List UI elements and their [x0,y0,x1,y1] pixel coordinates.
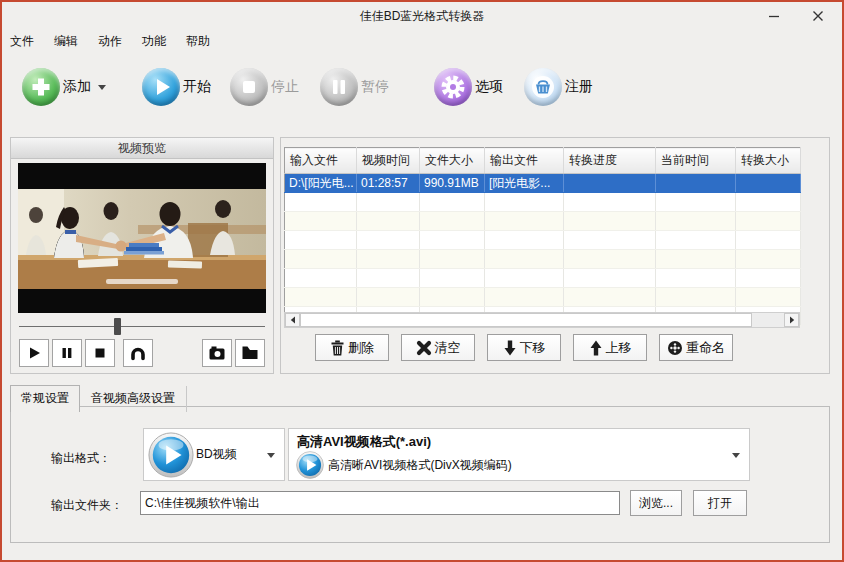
col-progress[interactable]: 转换进度 [564,148,656,174]
col-input-file[interactable]: 输入文件 [285,148,357,174]
options-icon [434,68,472,106]
seek-track [19,326,265,327]
browse-button[interactable]: 浏览... [630,490,682,516]
table-row-selected[interactable]: D:\[阳光电... 01:28:57 990.91MB [阳光电影... [285,174,801,193]
close-button[interactable] [796,2,840,30]
settings-tabbar: 常规设置 音视频高级设置 [10,385,187,412]
menu-action[interactable]: 动作 [93,30,127,53]
move-up-button[interactable]: 上移 [573,334,647,361]
scroll-right-arrow[interactable] [784,313,799,327]
menu-file[interactable]: 文件 [5,30,39,53]
table-cell [485,288,564,307]
delete-button[interactable]: 删除 [315,334,389,361]
chevron-down-icon [267,453,275,458]
col-video-time[interactable]: 视频时间 [357,148,420,174]
output-folder-label: 输出文件夹： [51,497,123,514]
table-cell [656,212,736,231]
file-list-panel: 输入文件 视频时间 文件大小 输出文件 转换进度 当前时间 转换大小 D:\[阳… [280,137,830,374]
register-button[interactable]: 注册 [524,68,593,106]
menu-help[interactable]: 帮助 [181,30,215,53]
rename-button[interactable]: 重命名 [659,334,733,361]
output-folder-input[interactable] [140,491,620,515]
table-row-empty[interactable] [285,212,801,231]
preview-controls [19,339,265,367]
options-button[interactable]: 选项 [434,68,503,106]
rename-icon [667,340,683,356]
move-down-button[interactable]: 下移 [487,334,561,361]
table-cell [357,250,420,269]
add-button[interactable]: 添加 [22,68,106,106]
preview-audio-button[interactable] [123,339,153,367]
scroll-left-arrow[interactable] [285,313,300,327]
table-cell [420,231,485,250]
horizontal-scrollbar[interactable] [284,312,800,328]
seek-slider[interactable] [19,318,265,336]
table-cell [485,193,564,212]
table-cell [420,250,485,269]
cell-file-size: 990.91MB [420,174,485,193]
table-cell [357,212,420,231]
table-cell [357,231,420,250]
table-cell [285,193,357,212]
col-output-file[interactable]: 输出文件 [485,148,564,174]
arrow-down-icon [503,340,517,356]
clear-button[interactable]: 清空 [401,334,475,361]
tab-av-advanced-settings[interactable]: 音视频高级设置 [80,386,187,412]
stop-button[interactable]: 停止 [230,68,299,106]
table-cell [285,212,357,231]
snapshot-button[interactable] [202,339,232,367]
minimize-button[interactable] [752,2,796,30]
start-button[interactable]: 开始 [142,68,211,106]
col-file-size[interactable]: 文件大小 [420,148,485,174]
preview-stop-button[interactable] [85,339,115,367]
table-cell [564,250,656,269]
table-row-empty[interactable] [285,193,801,212]
scrollbar-thumb[interactable] [300,313,752,327]
video-thumbnail [18,163,266,313]
titlebar: 佳佳BD蓝光格式转换器 [2,2,842,30]
menu-function[interactable]: 功能 [137,30,171,53]
table-row-empty[interactable] [285,288,801,307]
cell-input-file: D:\[阳光电... [285,174,357,193]
file-table-body: D:\[阳光电... 01:28:57 990.91MB [阳光电影... [285,174,801,326]
table-cell [420,193,485,212]
tab-general-settings[interactable]: 常规设置 [10,385,80,412]
start-icon [142,68,180,106]
format-secondary-title: 高清AVI视频格式(*.avi) [297,433,431,451]
close-icon [812,10,824,22]
output-format-dropdown[interactable]: BD视频 [143,428,285,481]
stop-icon [230,68,268,106]
table-cell [656,288,736,307]
table-cell [357,193,420,212]
preview-play-button[interactable] [19,339,49,367]
table-cell [736,231,801,250]
table-row-empty[interactable] [285,269,801,288]
list-action-buttons: 删除 清空 下移 上移 [284,334,800,361]
settings-pane: 输出格式： BD视频 高清AVI视频格式(*.avi) 高清晰AVI视频格式(D… [10,406,830,543]
output-profile-dropdown[interactable]: 高清AVI视频格式(*.avi) 高清晰AVI视频格式(DivX视频编码) [288,428,750,481]
folder-icon [241,345,259,361]
table-cell [564,212,656,231]
seek-thumb[interactable] [114,318,121,335]
table-row-empty[interactable] [285,231,801,250]
table-cell [285,269,357,288]
open-folder-button[interactable] [235,339,265,367]
table-cell [736,193,801,212]
clear-x-icon [416,340,432,356]
cell-converted-size [736,174,801,193]
table-header-row: 输入文件 视频时间 文件大小 输出文件 转换进度 当前时间 转换大小 [285,148,801,174]
table-row-empty[interactable] [285,250,801,269]
col-converted-size[interactable]: 转换大小 [736,148,801,174]
menu-edit[interactable]: 编辑 [49,30,83,53]
preview-pause-button[interactable] [52,339,82,367]
open-button[interactable]: 打开 [693,490,747,516]
table-cell [564,231,656,250]
table-cell [736,269,801,288]
table-cell [485,269,564,288]
cell-video-time: 01:28:57 [357,174,420,193]
cell-progress [564,174,656,193]
col-current-time[interactable]: 当前时间 [656,148,736,174]
add-icon [22,68,60,106]
table-cell [656,250,736,269]
pause-button[interactable]: 暂停 [320,68,389,106]
